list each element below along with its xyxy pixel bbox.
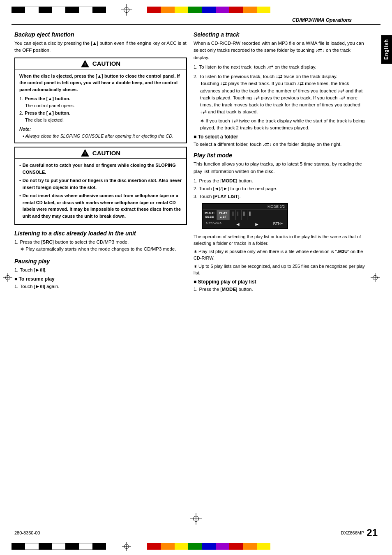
registration-mark-left — [3, 273, 12, 282]
selecting-track-title: Selecting a track — [194, 31, 366, 38]
right-column: Selecting a track When a CD-R/CD-RW reco… — [194, 27, 366, 293]
playlist-note-2: ∗ Play list play is possible only when t… — [194, 248, 366, 262]
pausing-steps: 1.Touch [►/II]. — [14, 267, 187, 274]
caution-1-steps: 1.Press the [▲] button. The control pane… — [19, 95, 182, 123]
caution-box-1: ! CAUTION When the disc is ejected, pres… — [14, 58, 187, 144]
note-label: Note: — [19, 127, 31, 131]
caution-1-step-1: 1.Press the [▲] button. The control pane… — [19, 95, 182, 109]
pausing-section: Pausing play 1.Touch [►/II]. ■ To resume… — [14, 258, 187, 290]
bottom-reg-center — [118, 542, 135, 551]
part-number: 280-8350-00 — [14, 530, 40, 535]
model-number: DXZ866MP — [341, 530, 364, 535]
caution-1-body: When the disc is ejected, press the [▲] … — [15, 69, 186, 143]
playlist-title: Play list mode — [194, 152, 366, 159]
mode-display-nav: MP3/WMA ◄ ► RTN↵ — [203, 220, 287, 228]
playlist-step-3: 3.Touch [PLAY LIST]. — [194, 193, 366, 200]
backup-eject-section: Backup eject function You can eject a di… — [14, 31, 187, 54]
caution-1-note: Note: • Always close the SLOPING CONSOLE… — [19, 126, 182, 139]
caution-1-bold-text: When the disc is ejected, press the [▲] … — [19, 73, 182, 93]
listening-steps: 1.Press the [SRC] button to select the C… — [14, 239, 187, 253]
playlist-section: Play list mode This function allows you … — [194, 152, 366, 293]
selecting-track-steps: 1.To listen to the next track, touch ♪⇄ … — [194, 64, 366, 131]
playlist-step-2: 2.Touch [◄]/[►] to go to the next page. — [194, 185, 366, 192]
top-bar-left — [12, 7, 106, 13]
listening-section: Listening to a disc already loaded in th… — [14, 230, 187, 253]
playlist-steps: 1.Press the [MODE] button. 2.Touch [◄]/[… — [194, 177, 366, 200]
page-header-title: CD/MP3/WMA Operations — [292, 17, 352, 23]
caution-2-item-1: •Be careful not to catch your hand or fi… — [19, 162, 182, 175]
playlist-intro: This function allows you to play tracks,… — [194, 161, 366, 175]
mode-display-box: MODE 2/2 MULTI SESS PLAY LIST || || || |… — [202, 203, 288, 229]
playlist-notes: The operation of selecting the play list… — [194, 233, 366, 276]
folder-text: To select a different folder, touch ♪⇄↓ … — [194, 141, 366, 148]
pausing-title: Pausing play — [14, 258, 187, 265]
play-list-btn: PLAY LIST — [217, 210, 230, 220]
page-footer: 280-8350-00 DXZ866MP 21 — [0, 527, 392, 539]
playlist-note-1: The operation of selecting the play list… — [194, 233, 366, 247]
caution-2-list: •Be careful not to catch your hand or fi… — [19, 162, 182, 219]
backup-eject-title: Backup eject function — [14, 31, 187, 38]
caution-2-header: ! CAUTION — [15, 147, 186, 159]
bottom-bar-left — [12, 543, 106, 550]
listening-step-1: 1.Press the [SRC] button to select the C… — [14, 239, 187, 253]
note-text: • Always close the SLOPING CONSOLE after… — [23, 134, 173, 138]
caution-1-header: ! CAUTION — [15, 58, 186, 69]
resume-steps: 1.Touch [►/II] again. — [14, 283, 187, 290]
selecting-track-intro: When a CD-R/CD-RW recorded with an MP3 f… — [194, 40, 366, 61]
caution-1-step-2: 2.Press the [▲] button. The disc is ejec… — [19, 110, 182, 123]
page-number-area: DXZ866MP 21 — [341, 527, 378, 539]
track-step-2: 2.To listen to the previous track, touch… — [194, 73, 366, 131]
playlist-note-3: ∗ Up to 5 play lists can be recognized, … — [194, 263, 366, 276]
pausing-step-1: 1.Touch [►/II]. — [14, 267, 187, 274]
stop-playlist-step-1: 1.Press the [MODE] button. — [194, 286, 366, 293]
registration-mark-right — [371, 273, 380, 282]
top-bar-right — [147, 7, 270, 13]
backup-eject-body: You can eject a disc by pressing the [▲]… — [14, 40, 187, 54]
mode-display-buttons: MULTI SESS PLAY LIST || || || || — [203, 210, 287, 220]
caution-2-label: CAUTION — [92, 150, 120, 157]
folder-title: ■ To select a folder — [194, 134, 366, 140]
stop-playlist-title: ■ Stopping play of play list — [194, 279, 366, 285]
resume-step-1: 1.Touch [►/II] again. — [14, 283, 187, 290]
registration-mark-bottom — [0, 513, 392, 525]
caution-2-body: •Be careful not to catch your hand or fi… — [15, 159, 186, 224]
caution-2-item-2: •Do not try to put your hand or fingers … — [19, 177, 182, 191]
track-step-1: 1.To listen to the next track, touch ♪⇄ … — [194, 64, 366, 71]
playlist-step-1: 1.Press the [MODE] button. — [194, 177, 366, 184]
mode-display-topbar: MODE 2/2 — [203, 204, 287, 210]
stop-playlist-steps: 1.Press the [MODE] button. — [194, 286, 366, 293]
registration-mark-top — [118, 4, 135, 16]
language-tab: English — [381, 35, 392, 64]
page-number: 21 — [367, 527, 378, 539]
selecting-track-section: Selecting a track When a CD-R/CD-RW reco… — [194, 31, 366, 148]
multi-sess-btn: MULTI SESS — [203, 210, 217, 220]
left-column: Backup eject function You can eject a di… — [14, 27, 187, 293]
resume-title: ■ To resume play — [14, 276, 187, 282]
listening-title: Listening to a disc already loaded in th… — [14, 230, 187, 237]
caution-box-2: ! CAUTION •Be careful not to catch your … — [14, 147, 187, 225]
bottom-bar-right — [147, 543, 270, 550]
caution-1-label: CAUTION — [92, 60, 120, 67]
caution-2-item-3: •Do not insert discs where adhesive come… — [19, 192, 182, 219]
